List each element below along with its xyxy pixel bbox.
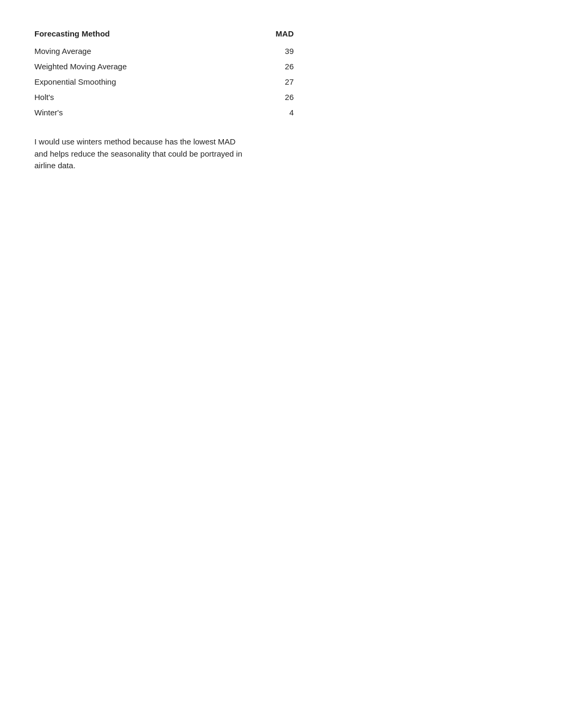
method-moving-average: Moving Average <box>34 47 91 56</box>
method-weighted-moving-average: Weighted Moving Average <box>34 62 127 71</box>
forecasting-table: Forecasting Method MAD Moving Average 39… <box>34 29 294 120</box>
conclusion-text: I would use winters method because has t… <box>34 136 246 172</box>
method-winters: Winter's <box>34 108 63 117</box>
method-exponential-smoothing: Exponential Smoothing <box>34 77 116 86</box>
table-row: Winter's 4 <box>34 105 294 120</box>
table-row: Weighted Moving Average 26 <box>34 59 294 74</box>
method-holts: Holt's <box>34 93 54 102</box>
page-container: Forecasting Method MAD Moving Average 39… <box>0 0 328 201</box>
col-mad-header: MAD <box>273 29 294 38</box>
mad-moving-average: 39 <box>273 47 294 56</box>
table-row: Holt's 26 <box>34 89 294 105</box>
table-row: Moving Average 39 <box>34 43 294 59</box>
table-row: Exponential Smoothing 27 <box>34 74 294 89</box>
mad-holts: 26 <box>273 93 294 102</box>
table-header-row: Forecasting Method MAD <box>34 29 294 41</box>
col-method-header: Forecasting Method <box>34 29 110 38</box>
mad-exponential-smoothing: 27 <box>273 77 294 86</box>
mad-winters: 4 <box>273 108 294 117</box>
mad-weighted-moving-average: 26 <box>273 62 294 71</box>
